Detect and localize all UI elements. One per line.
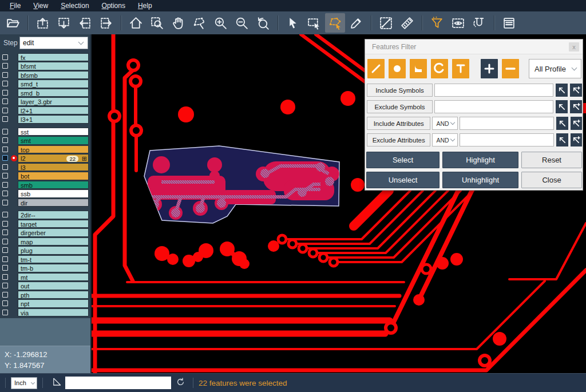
layers-panel-button[interactable] bbox=[499, 13, 519, 33]
command-input[interactable] bbox=[65, 377, 171, 389]
filter-label-button[interactable]: Exclude Symbols bbox=[367, 100, 433, 113]
layer-name[interactable]: sst bbox=[18, 128, 89, 136]
layer-name[interactable]: mt bbox=[18, 273, 89, 282]
highlight-brush-button[interactable] bbox=[346, 13, 366, 33]
layer-name[interactable]: smt bbox=[18, 136, 89, 145]
layer-visibility-checkbox[interactable] bbox=[2, 98, 8, 104]
surface-tool-button[interactable] bbox=[410, 59, 427, 78]
pick-add-from-canvas-button[interactable] bbox=[570, 100, 582, 113]
layer-visibility-checkbox[interactable] bbox=[2, 63, 8, 69]
layer-row-plug[interactable]: plug bbox=[0, 246, 90, 255]
dialog-titlebar[interactable]: Features Filter x bbox=[365, 39, 583, 54]
layer-visibility-checkbox[interactable] bbox=[2, 108, 8, 113]
layer-name[interactable]: top bbox=[18, 145, 89, 154]
layer-visibility-checkbox[interactable] bbox=[2, 72, 8, 78]
arc-tool-button[interactable] bbox=[431, 59, 448, 78]
zoom-previous-button[interactable] bbox=[253, 13, 273, 33]
layer-name[interactable]: tm-t bbox=[18, 255, 89, 264]
filter-value-input[interactable] bbox=[460, 117, 554, 130]
pan-right-button[interactable] bbox=[96, 13, 116, 33]
text-tool-button[interactable] bbox=[452, 59, 469, 78]
home-view-button[interactable] bbox=[126, 13, 146, 33]
menu-help[interactable]: Help bbox=[132, 0, 159, 11]
ruler-button[interactable] bbox=[397, 13, 417, 33]
zoom-out-button[interactable] bbox=[232, 13, 252, 33]
layer-row-ssb[interactable]: ssb bbox=[0, 189, 90, 199]
menu-selection[interactable]: Selection bbox=[54, 0, 95, 11]
menu-file[interactable]: File bbox=[3, 0, 27, 11]
layer-visibility-checkbox[interactable] bbox=[2, 310, 8, 315]
layer-row-smt[interactable]: smt bbox=[0, 136, 90, 145]
filter-label-button[interactable]: Include Symbols bbox=[367, 84, 433, 97]
layer-name[interactable]: smd_t bbox=[18, 80, 89, 88]
layer-name[interactable]: 2dir-- bbox=[18, 211, 89, 219]
open-folder-button[interactable] bbox=[3, 13, 23, 33]
menu-view[interactable]: View bbox=[27, 0, 54, 11]
layer-name[interactable]: pth bbox=[18, 291, 89, 299]
layer-row-npt[interactable]: npt bbox=[0, 299, 90, 308]
filter-value-input[interactable] bbox=[460, 133, 554, 146]
selection-region[interactable] bbox=[144, 146, 339, 223]
highlight-button[interactable]: Highlight bbox=[442, 152, 518, 168]
layer-name[interactable]: l2+1 bbox=[18, 106, 89, 115]
refresh-icon[interactable] bbox=[176, 377, 185, 389]
layer-visibility-checkbox[interactable] bbox=[2, 239, 8, 244]
layer-row-smd_b[interactable]: smd_b bbox=[0, 88, 90, 97]
layer-visibility-checkbox[interactable] bbox=[2, 212, 8, 217]
layer-visibility-checkbox[interactable] bbox=[2, 292, 8, 298]
unhighlight-button[interactable]: Unhighlight bbox=[442, 172, 518, 188]
layer-name[interactable]: via bbox=[18, 308, 89, 317]
profile-select[interactable]: All Profile bbox=[529, 59, 581, 78]
pan-hand-button[interactable] bbox=[168, 13, 188, 33]
export-up-button[interactable] bbox=[33, 13, 53, 33]
layer-visibility-checkbox[interactable] bbox=[2, 229, 8, 235]
layer-row-tm-t[interactable]: tm-t bbox=[0, 255, 90, 264]
layer-name[interactable]: tm-b bbox=[18, 264, 89, 272]
filter-label-button[interactable]: Include Attributes bbox=[367, 117, 430, 130]
layer-name[interactable]: layer_3.gbr bbox=[18, 97, 89, 106]
layer-visibility-checkbox[interactable] bbox=[2, 247, 8, 253]
layer-row-l2[interactable]: l222⊞ bbox=[0, 154, 90, 163]
layer-row-l3+1[interactable]: l3+1 bbox=[0, 115, 90, 124]
line-tool-button[interactable] bbox=[367, 59, 385, 78]
layer-name[interactable]: l3 bbox=[18, 163, 89, 172]
layer-row-bfsmt[interactable]: bfsmt bbox=[0, 62, 90, 71]
pick-add-from-canvas-button[interactable] bbox=[571, 133, 582, 146]
layer-row-top[interactable]: top bbox=[0, 145, 90, 154]
select-button[interactable]: Select bbox=[366, 152, 440, 168]
layer-visibility-checkbox[interactable] bbox=[2, 129, 8, 134]
layer-visibility-checkbox[interactable] bbox=[2, 164, 8, 170]
snap-angle-icon[interactable] bbox=[52, 377, 62, 389]
layer-visibility-checkbox[interactable] bbox=[2, 54, 8, 60]
select-cursor-button[interactable] bbox=[283, 13, 303, 33]
layer-name[interactable]: dirgerber bbox=[18, 228, 89, 237]
layer-visibility-checkbox[interactable] bbox=[2, 90, 8, 96]
pick-from-canvas-button[interactable] bbox=[556, 84, 568, 97]
layer-row-out[interactable]: out bbox=[0, 282, 90, 291]
layer-visibility-checkbox[interactable] bbox=[2, 265, 8, 271]
pick-from-canvas-button[interactable] bbox=[556, 117, 568, 130]
snap-magnet-button[interactable] bbox=[469, 13, 489, 33]
filter-value-input[interactable] bbox=[434, 100, 553, 113]
layer-name[interactable]: l3+1 bbox=[18, 115, 89, 124]
layer-visibility-checkbox[interactable] bbox=[2, 274, 8, 280]
layer-name[interactable]: out bbox=[18, 282, 89, 290]
layer-name[interactable]: fx bbox=[18, 53, 89, 62]
layer-row-smd_t[interactable]: smd_t bbox=[0, 80, 90, 89]
layer-row-sst[interactable]: sst bbox=[0, 127, 90, 136]
polygon-select-button[interactable] bbox=[325, 13, 345, 33]
pick-from-canvas-button[interactable] bbox=[556, 100, 568, 113]
layer-row-bfsmb[interactable]: bfsmb bbox=[0, 70, 90, 80]
zoom-in-button[interactable] bbox=[211, 13, 231, 33]
layer-visibility-checkbox[interactable] bbox=[2, 200, 8, 205]
rect-select-button[interactable] bbox=[304, 13, 324, 33]
view-options-button[interactable] bbox=[448, 13, 468, 33]
add-polarity-button[interactable] bbox=[481, 59, 498, 78]
layer-row-fx[interactable]: fx bbox=[0, 53, 90, 62]
layer-row-l3[interactable]: l3 bbox=[0, 163, 90, 172]
layer-name[interactable]: plug bbox=[18, 246, 89, 255]
unselect-button[interactable]: Unselect bbox=[366, 172, 440, 188]
layer-row-mt[interactable]: mt bbox=[0, 272, 90, 282]
layer-name[interactable]: ssb bbox=[18, 189, 89, 198]
layer-row-pth[interactable]: pth bbox=[0, 290, 90, 299]
